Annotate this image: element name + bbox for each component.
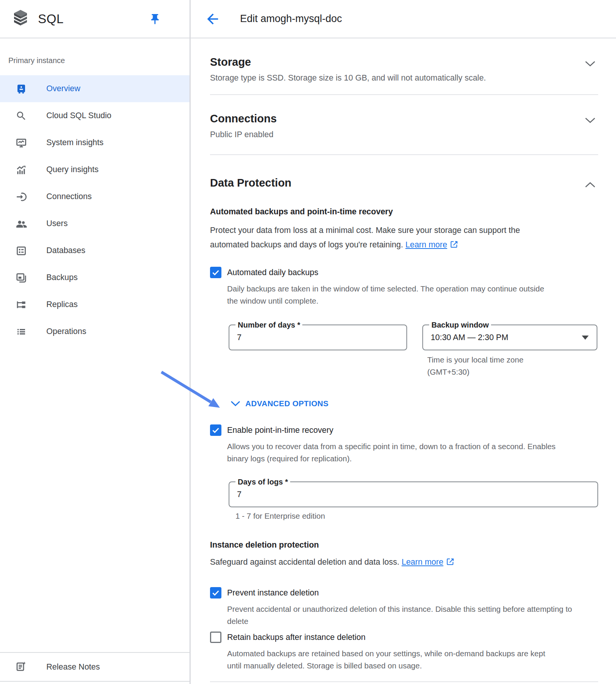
storage-section-title: Storage	[210, 55, 251, 69]
external-link-icon[interactable]	[450, 239, 458, 253]
data-protection-section-header: Data Protection	[210, 176, 598, 190]
number-of-days-field: Number of days *	[229, 325, 407, 350]
advanced-options-label: ADVANCED OPTIONS	[245, 399, 329, 408]
days-of-logs-field: Days of logs *	[229, 481, 598, 507]
cloud-sql-logo-icon	[11, 9, 30, 29]
backups-icon	[15, 272, 27, 284]
field-label: Days of logs *	[235, 477, 290, 486]
external-link-icon[interactable]	[446, 557, 454, 568]
replicas-icon	[15, 299, 27, 311]
main-panel: Edit amogh-mysql-doc Storage Storage typ…	[191, 0, 616, 684]
product-title: SQL	[38, 12, 64, 26]
automated-daily-backups-row: Automated daily backups	[210, 267, 598, 278]
pitr-checkbox[interactable]	[210, 424, 221, 436]
deletion-protection-intro: Safeguard against accidental deletion an…	[210, 557, 598, 568]
sidebar-item-cloud-sql-studio[interactable]: Cloud SQL Studio	[0, 102, 190, 129]
connections-expand-chevron-down-icon[interactable]	[584, 117, 596, 125]
deletion-protection-heading: Instance deletion protection	[210, 540, 598, 550]
automated-daily-backups-checkbox[interactable]	[210, 267, 221, 278]
operations-icon	[15, 326, 27, 338]
sidebar-item-label: Overview	[46, 84, 81, 93]
sidebar-header: SQL	[0, 0, 190, 38]
backup-window-value: 10:30 AM — 2:30 PM	[423, 333, 508, 342]
retain-backups-description: Automated backups are retained based on …	[227, 648, 561, 672]
connections-summary: Public IP enabled	[210, 130, 598, 139]
pitr-description: Allows you to recover data from a specif…	[227, 440, 569, 465]
sidebar-item-label: Release Notes	[46, 662, 100, 672]
page-header: Edit amogh-mysql-doc	[191, 0, 616, 38]
connections-section-title: Connections	[210, 112, 277, 125]
sidebar-item-connections[interactable]: Connections	[0, 183, 190, 210]
automated-backups-heading: Automated backups and point-in-time reco…	[210, 207, 598, 217]
checkbox-label: Automated daily backups	[227, 268, 318, 277]
data-protection-section-title: Data Protection	[210, 176, 291, 190]
backup-fields-row: Number of days * Backup window 10:30 AM …	[210, 325, 598, 350]
sidebar-item-release-notes[interactable]: Release Notes	[0, 652, 190, 682]
cloud-sql-edit-page: SQL Primary instance Overview	[0, 0, 616, 684]
days-of-logs-helper: 1 - 7 for Enterprise edition	[235, 511, 598, 521]
prevent-deletion-checkbox[interactable]	[210, 587, 221, 598]
pin-icon[interactable]	[149, 13, 161, 25]
query-insights-icon	[15, 164, 27, 176]
connections-section-header: Connections	[210, 112, 598, 125]
retain-backups-checkbox[interactable]	[210, 632, 221, 643]
storage-summary: Storage type is SSD. Storage size is 10 …	[210, 73, 598, 83]
backup-window-select[interactable]: Backup window 10:30 AM — 2:30 PM	[422, 325, 597, 350]
databases-icon	[15, 245, 27, 257]
sidebar-item-label: Cloud SQL Studio	[46, 111, 111, 120]
sidebar-item-overview[interactable]: Overview	[0, 75, 190, 102]
overview-icon	[15, 83, 27, 95]
intro-text: Protect your data from loss at a minimal…	[210, 226, 520, 249]
release-notes-icon	[15, 661, 27, 673]
field-label: Backup window	[429, 320, 491, 329]
sidebar-item-label: Replicas	[46, 300, 77, 309]
sidebar-item-users[interactable]: Users	[0, 210, 190, 237]
automated-backups-intro: Protect your data from loss at a minimal…	[210, 223, 559, 253]
prevent-deletion-description: Prevent accidental or unauthorized delet…	[227, 603, 573, 627]
divider	[210, 154, 598, 155]
retain-backups-row: Retain backups after instance deletion	[210, 632, 598, 643]
sidebar-item-backups[interactable]: Backups	[0, 264, 190, 291]
divider	[210, 94, 598, 95]
storage-expand-chevron-down-icon[interactable]	[584, 60, 596, 69]
search-icon	[15, 110, 27, 122]
prevent-deletion-row: Prevent instance deletion	[210, 587, 598, 598]
page-title: Edit amogh-mysql-doc	[240, 13, 342, 25]
sidebar-item-databases[interactable]: Databases	[0, 237, 190, 264]
checkbox-label: Retain backups after instance deletion	[227, 633, 366, 642]
sidebar-item-label: Connections	[46, 192, 92, 201]
backup-window-helper: Time is your local time zone (GMT+5:30)	[427, 354, 541, 378]
users-icon	[15, 218, 27, 230]
system-insights-icon	[15, 137, 27, 149]
back-arrow-icon[interactable]	[205, 11, 220, 27]
sidebar-item-system-insights[interactable]: System insights	[0, 129, 190, 156]
automated-daily-backups-description: Daily backups are taken in the window of…	[227, 283, 546, 307]
sidebar-item-label: Databases	[46, 246, 85, 255]
chevron-down-icon	[231, 401, 240, 407]
sidebar-item-query-insights[interactable]: Query insights	[0, 156, 190, 183]
edit-form: Storage Storage type is SSD. Storage siz…	[191, 38, 616, 682]
learn-more-link[interactable]: Learn more	[405, 240, 447, 249]
connections-icon	[15, 191, 27, 203]
sidebar: SQL Primary instance Overview	[0, 0, 191, 684]
sidebar-item-label: System insights	[46, 138, 104, 147]
dropdown-caret-icon[interactable]	[582, 336, 589, 340]
storage-section-header: Storage	[210, 55, 598, 69]
field-label: Number of days *	[235, 320, 302, 329]
sidebar-item-label: Users	[46, 219, 68, 228]
data-protection-collapse-chevron-up-icon[interactable]	[584, 181, 596, 190]
checkbox-label: Enable point-in-time recovery	[227, 426, 333, 435]
pitr-row: Enable point-in-time recovery	[210, 424, 598, 436]
checkbox-label: Prevent instance deletion	[227, 588, 319, 598]
learn-more-link[interactable]: Learn more	[401, 557, 443, 567]
sidebar-section-label: Primary instance	[8, 56, 190, 65]
sidebar-nav: Overview Cloud SQL Studio	[0, 75, 190, 345]
sidebar-item-operations[interactable]: Operations	[0, 318, 190, 345]
sidebar-item-label: Query insights	[46, 165, 98, 174]
intro-text: Safeguard against accidental deletion an…	[210, 557, 399, 567]
divider	[210, 681, 598, 682]
sidebar-item-replicas[interactable]: Replicas	[0, 291, 190, 318]
sidebar-item-label: Operations	[46, 327, 86, 336]
advanced-options-button[interactable]: ADVANCED OPTIONS	[231, 398, 598, 409]
sidebar-item-label: Backups	[46, 273, 77, 282]
